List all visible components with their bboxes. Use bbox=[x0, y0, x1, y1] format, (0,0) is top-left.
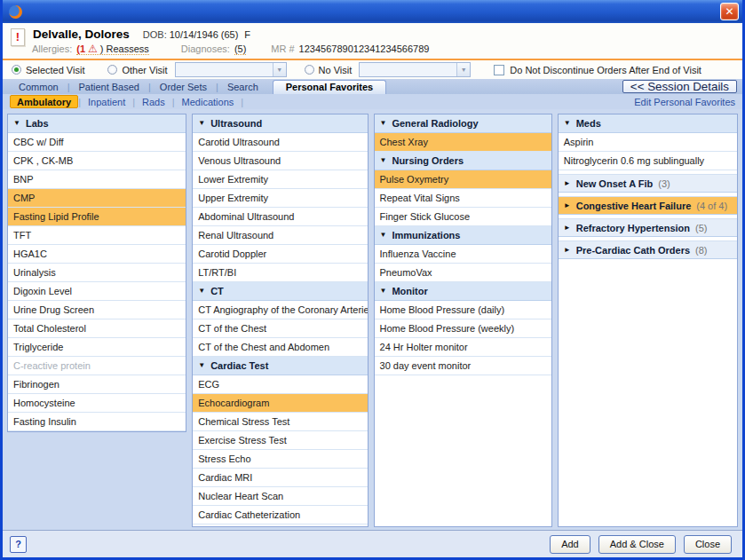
order-item-pulse-oxymetry[interactable]: Pulse Oxymetry bbox=[375, 170, 551, 189]
section-title: Ultrasound bbox=[210, 114, 262, 132]
add-close-button[interactable]: Add & Close bbox=[598, 535, 676, 554]
order-item-upper-extremity[interactable]: Upper Extremity bbox=[193, 189, 367, 208]
section-title: New Onset A Fib bbox=[576, 175, 654, 193]
section-header-pre-cardiac-cath-orders[interactable]: ►Pre-Cardiac Cath Orders(8) bbox=[559, 241, 737, 259]
order-item-cardiac-catheterization[interactable]: Cardiac Catheterization bbox=[193, 506, 367, 525]
section-title: Immunizations bbox=[392, 226, 460, 244]
order-item-abdominal-ultrasound[interactable]: Abdominal Ultrasound bbox=[193, 208, 367, 226]
section-header-ultrasound[interactable]: ▼Ultrasound bbox=[193, 114, 367, 133]
order-item-total-cholesterol[interactable]: Total Cholesterol bbox=[8, 319, 186, 338]
order-item-stress-echo[interactable]: Stress Echo bbox=[193, 450, 367, 469]
order-item-exercise-stress-test[interactable]: Exercise Stress Test bbox=[193, 431, 367, 450]
section-header-refractory-hypertension[interactable]: ►Refractory Hypertension(5) bbox=[559, 218, 737, 237]
section-header-nursing-orders[interactable]: ▼Nursing Orders bbox=[375, 152, 551, 170]
order-item-ct-of-the-chest-and-abdomen[interactable]: CT of the Chest and Abdomen bbox=[193, 338, 367, 357]
order-item-influenza-vaccine[interactable]: Influenza Vaccine bbox=[375, 245, 551, 264]
close-icon[interactable]: ✕ bbox=[720, 3, 739, 20]
order-item-home-blood-pressure-weekly[interactable]: Home Blood Pressure (weekly) bbox=[375, 319, 551, 338]
titlebar: ✕ bbox=[3, 0, 742, 23]
section-title: General Radiology bbox=[392, 114, 478, 132]
section-header-new-onset-a-fib[interactable]: ►New Onset A Fib(3) bbox=[559, 174, 737, 193]
order-item-digoxin-level[interactable]: Digoxin Level bbox=[8, 282, 186, 301]
do-not-discontinue-checkbox[interactable]: Do Not Discontinue Orders After End of V… bbox=[494, 65, 701, 75]
order-item-home-blood-pressure-daily[interactable]: Home Blood Pressure (daily) bbox=[375, 301, 551, 319]
radio-button-icon bbox=[107, 65, 117, 75]
section-expanded-icon: ▼ bbox=[380, 226, 387, 244]
order-item-chest-xray[interactable]: Chest Xray bbox=[375, 133, 551, 152]
subtab-rads[interactable]: Rads bbox=[135, 97, 172, 107]
order-item-finger-stick-glucose[interactable]: Finger Stick Glucose bbox=[375, 208, 551, 226]
order-item-urinalysis[interactable]: Urinalysis bbox=[8, 264, 186, 282]
order-item-cpk-ck-mb[interactable]: CPK , CK-MB bbox=[8, 152, 186, 170]
tab-search[interactable]: Search bbox=[218, 82, 267, 92]
other-visit-select[interactable]: ▼ bbox=[175, 62, 287, 77]
order-item-ct-of-the-chest[interactable]: CT of the Chest bbox=[193, 319, 367, 338]
order-item-fasting-lipid-profile[interactable]: Fasting Lipid Profile bbox=[8, 208, 186, 226]
order-item-ct-angiography-of-the-coronary-arteries[interactable]: CT Angiography of the Coronary Arteries bbox=[193, 301, 367, 319]
section-header-meds[interactable]: ▼Meds bbox=[559, 114, 737, 133]
order-item-24-hr-holter-monitor[interactable]: 24 Hr Holter monitor bbox=[375, 338, 551, 357]
section-title: Cardiac Test bbox=[210, 357, 268, 375]
order-item-urine-drug-screen[interactable]: Urine Drug Screen bbox=[8, 301, 186, 319]
section-header-labs[interactable]: ▼Labs bbox=[8, 114, 186, 133]
radio-selected-visit[interactable]: Selected Visit bbox=[12, 65, 84, 75]
section-header-general-radiology[interactable]: ▼General Radiology bbox=[375, 114, 551, 133]
tab-common[interactable]: Common bbox=[10, 82, 67, 92]
dob-value: 10/14/1946 bbox=[170, 29, 218, 40]
subtab-medications[interactable]: Medications bbox=[175, 97, 242, 107]
section-expanded-icon: ▼ bbox=[198, 357, 205, 375]
order-item-carotid-doppler[interactable]: Carotid Doppler bbox=[193, 245, 367, 264]
order-item-lower-extremity[interactable]: Lower Extremity bbox=[193, 170, 367, 189]
order-item-venous-ultrasound[interactable]: Venous Ultrasound bbox=[193, 152, 367, 170]
section-header-congestive-heart-failure[interactable]: ►Congestive Heart Failure(4 of 4) bbox=[559, 196, 737, 215]
edit-personal-favorites-link[interactable]: Edit Personal Favorites bbox=[634, 97, 735, 107]
order-item-30-day-event-monitor[interactable]: 30 day event monitor bbox=[375, 357, 551, 375]
order-item-homocysteine[interactable]: Homocysteine bbox=[8, 394, 186, 413]
radio-no-visit[interactable]: No Visit bbox=[305, 65, 353, 75]
allergies-label: Allergies: bbox=[32, 43, 72, 54]
subtab-inpatient[interactable]: Inpatient bbox=[81, 97, 132, 107]
mr-value: 123456789012341234566789 bbox=[299, 43, 430, 54]
section-header-monitor[interactable]: ▼Monitor bbox=[375, 282, 551, 301]
order-item-fasting-insulin[interactable]: Fasting Insulin bbox=[8, 413, 186, 431]
section-header-immunizations[interactable]: ▼Immunizations bbox=[375, 226, 551, 245]
order-item-cbc-w-diff[interactable]: CBC w/ Diff bbox=[8, 133, 186, 152]
order-item-cmp[interactable]: CMP bbox=[8, 189, 186, 208]
order-item-nitroglycerin-0-6-mg-sublingually[interactable]: Nitroglycerin 0.6 mg sublingually bbox=[559, 152, 737, 170]
order-item-fibrinogen[interactable]: Fibrinogen bbox=[8, 375, 186, 394]
radio-other-visit[interactable]: Other Visit bbox=[107, 65, 167, 75]
section-collapsed-icon: ► bbox=[564, 197, 571, 215]
diagnoses-count[interactable]: (5) bbox=[234, 43, 246, 55]
order-item-bnp[interactable]: BNP bbox=[8, 170, 186, 189]
add-button[interactable]: Add bbox=[550, 535, 590, 554]
help-button[interactable]: ? bbox=[10, 536, 27, 553]
no-visit-select[interactable]: ▼ bbox=[359, 62, 471, 77]
section-header-cardiac-test[interactable]: ▼Cardiac Test bbox=[193, 357, 367, 375]
order-item-carotid-ultrasound[interactable]: Carotid Ultrasound bbox=[193, 133, 367, 152]
order-item-aspirin[interactable]: Aspirin bbox=[559, 133, 737, 152]
order-item-chemical-stress-test[interactable]: Chemical Stress Test bbox=[193, 413, 367, 431]
order-item-triglyceride[interactable]: Triglyceride bbox=[8, 338, 186, 357]
tab-personal-favorites[interactable]: Personal Favorites bbox=[273, 80, 386, 94]
diagnoses-label: Diagnoses: bbox=[181, 43, 230, 54]
order-item-hga1c[interactable]: HGA1C bbox=[8, 245, 186, 264]
order-item-tft[interactable]: TFT bbox=[8, 226, 186, 245]
section-expanded-icon: ▼ bbox=[13, 114, 20, 132]
session-details-button[interactable]: << Session Details bbox=[622, 80, 737, 93]
order-item-lt-rt-bi[interactable]: LT/RT/BI bbox=[193, 264, 367, 282]
order-item-renal-ultrasound[interactable]: Renal Ultrasound bbox=[193, 226, 367, 245]
order-item-pneumovax[interactable]: PneumoVax bbox=[375, 264, 551, 282]
close-button[interactable]: Close bbox=[684, 535, 732, 554]
order-item-nuclear-heart-scan[interactable]: Nuclear Heart Scan bbox=[193, 487, 367, 506]
tab-patient-based[interactable]: Patient Based bbox=[69, 82, 148, 92]
section-header-ct[interactable]: ▼CT bbox=[193, 282, 367, 301]
order-item-echocardiogram[interactable]: Echocardiogram bbox=[193, 394, 367, 413]
subtab-ambulatory[interactable]: Ambulatory bbox=[10, 95, 78, 108]
checkbox-icon bbox=[494, 65, 504, 75]
age-value: (65) bbox=[221, 29, 239, 40]
order-item-cardiac-mri[interactable]: Cardiac MRI bbox=[193, 469, 367, 487]
order-item-ecg[interactable]: ECG bbox=[193, 375, 367, 394]
tab-order-sets[interactable]: Order Sets bbox=[151, 82, 216, 92]
allergies-value[interactable]: (1 ⚠ ) Reassess bbox=[76, 43, 149, 55]
order-item-repeat-vital-signs[interactable]: Repeat Vital Signs bbox=[375, 189, 551, 208]
